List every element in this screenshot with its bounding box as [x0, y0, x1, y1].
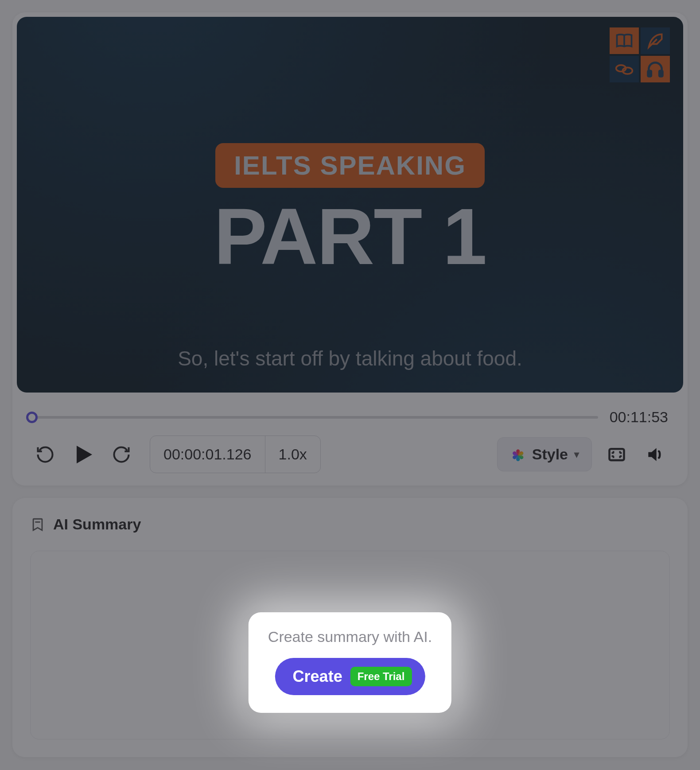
duration-label: 00:11:53 — [610, 408, 668, 426]
progress-bar[interactable] — [32, 416, 598, 419]
book-icon — [610, 27, 639, 54]
current-time[interactable]: 00:00:01.126 — [150, 436, 265, 473]
flower-icon — [510, 447, 526, 463]
svg-rect-4 — [610, 449, 624, 460]
playback-speed[interactable]: 1.0x — [265, 436, 320, 473]
video-player-card: IELTS SPEAKING PART 1 So, let's start of… — [12, 12, 688, 486]
style-button[interactable]: Style ▾ — [497, 437, 592, 471]
progress-thumb[interactable] — [26, 412, 38, 423]
volume-icon — [645, 445, 665, 464]
play-icon — [70, 441, 97, 468]
ai-summary-heading: AI Summary — [53, 516, 141, 533]
create-button-label: Create — [293, 667, 342, 686]
rewind-icon — [35, 445, 55, 464]
play-button[interactable] — [70, 441, 97, 468]
free-trial-badge: Free Trial — [350, 667, 412, 686]
popover-prompt: Create summary with AI. — [268, 628, 432, 646]
svg-rect-3 — [659, 71, 662, 77]
headphones-icon — [641, 56, 670, 82]
forward-icon — [112, 445, 131, 464]
video-frame[interactable]: IELTS SPEAKING PART 1 So, let's start of… — [17, 17, 683, 393]
forward-button[interactable] — [108, 441, 135, 468]
chevron-down-icon: ▾ — [574, 449, 579, 460]
speech-icon — [610, 56, 639, 82]
video-badge: IELTS SPEAKING — [215, 143, 485, 188]
feather-icon — [641, 27, 670, 54]
create-button[interactable]: Create Free Trial — [275, 658, 425, 695]
bookmark-icon — [30, 517, 45, 532]
svg-rect-2 — [648, 71, 651, 77]
create-summary-popover: Create summary with AI. Create Free Tria… — [249, 612, 451, 713]
fullscreen-icon — [607, 445, 626, 464]
time-speed-group: 00:00:01.126 1.0x — [150, 436, 321, 473]
volume-button[interactable] — [642, 441, 668, 468]
style-label: Style — [532, 446, 568, 463]
fullscreen-button[interactable] — [603, 441, 630, 468]
video-caption: So, let's start off by talking about foo… — [17, 346, 683, 370]
skill-grid — [610, 27, 670, 82]
video-title: PART 1 — [214, 197, 486, 276]
rewind-button[interactable] — [32, 441, 58, 468]
